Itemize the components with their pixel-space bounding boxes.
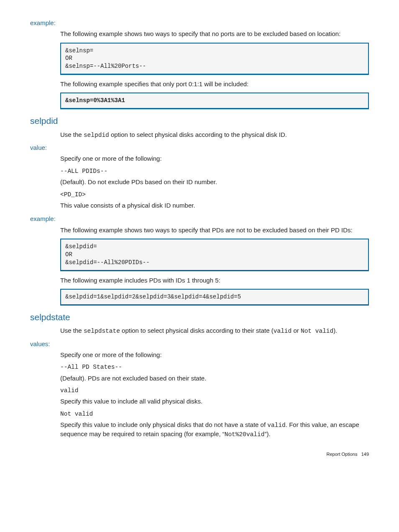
text: ). [333, 327, 337, 334]
heading-example-1: example: [30, 19, 369, 27]
paragraph: This value consists of a physical disk I… [60, 201, 369, 210]
paragraph: Specify one or more of the following: [60, 351, 369, 359]
footer-label: Report Options [326, 452, 357, 457]
page-footer: Report Options 149 [30, 451, 369, 457]
text: or [292, 327, 301, 334]
inline-code: Not valid [301, 328, 333, 334]
paragraph: (Default). PDs are not excluded based on… [60, 374, 369, 383]
heading-values: values: [30, 340, 369, 348]
heading-selpdid: selpdid [30, 115, 369, 127]
text: Use the [60, 327, 84, 334]
paragraph: Specify one or more of the following: [60, 154, 369, 163]
code-line: --ALL PDIDs-- [60, 167, 369, 176]
code-block: &selnsp=0%3A1%3A1 [60, 93, 369, 109]
inline-code: valid [267, 422, 286, 429]
inline-code: valid [274, 328, 292, 334]
code-block: &selnsp= OR &selnsp=--All%20Ports-- [60, 43, 369, 75]
code-line: --All PD States-- [60, 363, 369, 372]
paragraph: Specify this value to include only physi… [60, 421, 369, 439]
paragraph: The following example includes PDs with … [60, 276, 369, 285]
code-block: &selpdid=1&selpdid=2&selpdid=3&selpdid=4… [60, 289, 369, 306]
heading-selpdstate: selpdstate [30, 311, 369, 323]
inline-code: Not%20valid [225, 431, 265, 438]
paragraph: Use the selpdid option to select physica… [60, 131, 369, 140]
heading-example-2: example: [30, 215, 369, 223]
inline-code: selpdstate [84, 328, 120, 334]
text: Use the [60, 131, 84, 138]
heading-value: value: [30, 144, 369, 152]
text: Specify this value to include only physi… [60, 421, 267, 428]
code-line: <PD_ID> [60, 191, 369, 199]
inline-code: selpdid [84, 132, 109, 139]
code-line: valid [60, 387, 369, 395]
text: option to select physical disks accordin… [109, 131, 287, 138]
paragraph: (Default). Do not exclude PDs based on t… [60, 178, 369, 186]
text: option to select physical disks accordin… [120, 327, 274, 334]
paragraph: The following example shows two ways to … [60, 30, 369, 38]
paragraph: The following example specifies that onl… [60, 80, 369, 88]
paragraph: Specify this value to include all valid … [60, 397, 369, 406]
paragraph: Use the selpdstate option to select phys… [60, 326, 369, 336]
paragraph: The following example shows two ways to … [60, 226, 369, 234]
text: ”). [264, 430, 270, 437]
code-line: Not valid [60, 410, 369, 419]
footer-page-number: 149 [361, 452, 369, 457]
code-block: &selpdid= OR &selpdid=--All%20PDIDs-- [60, 239, 369, 271]
